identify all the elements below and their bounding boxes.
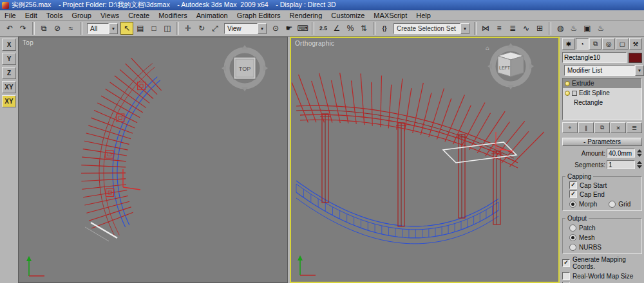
tab-motion[interactable]: ◎ [602, 38, 615, 50]
use-pivot-center-button[interactable]: ⊙ [269, 22, 282, 35]
menu-item-create[interactable]: Create [124, 12, 154, 19]
segments-field[interactable] [607, 160, 635, 169]
menu-item-maxscript[interactable]: MAXScript [369, 12, 412, 19]
menu-item-views[interactable]: Views [96, 12, 124, 19]
command-panel: ✱ ◔ ⧉ ◎ ▢ ⚒ Modifier List ▼ Extrude Edit… [560, 37, 644, 283]
stack-item-extrude[interactable]: Extrude [563, 78, 641, 88]
menu-item-rendering[interactable]: Rendering [285, 12, 327, 19]
modifier-list-dropdown[interactable]: Modifier List ▼ [564, 65, 644, 76]
stack-item-rectangle[interactable]: Rectangle [563, 98, 641, 107]
select-and-move-button[interactable]: ✛ [182, 22, 194, 35]
menu-item-tools[interactable]: Tools [42, 12, 68, 19]
menu-item-customize[interactable]: Customize [327, 12, 369, 19]
percent-snap-toggle-button[interactable]: % [344, 22, 357, 35]
tab-modify[interactable]: ◔ [576, 38, 589, 50]
redo-button[interactable]: ↷ [17, 22, 30, 35]
bind-to-space-warp-button[interactable]: ≈ [64, 22, 77, 35]
snap-toggle-25-button[interactable]: 2.5 [317, 22, 330, 35]
rectangular-selection-region-button[interactable]: □ [147, 22, 160, 35]
viewcube-face-label[interactable]: LEFT [499, 66, 511, 70]
selection-filter-dropdown[interactable]: All ▼ [87, 23, 118, 34]
axis-constraint-xy-button[interactable]: XY [2, 81, 16, 93]
align-button[interactable]: ≡ [493, 22, 506, 35]
make-unique-button[interactable]: ⧉ [594, 122, 610, 133]
menu-item-animation[interactable]: Animation [192, 12, 232, 19]
cap-start-checkbox[interactable]: ✓ [569, 181, 577, 189]
lightbulb-icon[interactable] [565, 81, 570, 86]
tab-hierarchy[interactable]: ⧉ [589, 38, 602, 50]
nurbs-radio[interactable] [569, 244, 576, 251]
object-name-field[interactable] [562, 52, 627, 63]
menu-item-graph-editors[interactable]: Graph Editors [232, 12, 285, 19]
mirror-button[interactable]: ⋈ [479, 22, 492, 35]
schematic-view-button[interactable]: ⊞ [533, 22, 546, 35]
grid-radio[interactable] [609, 201, 616, 208]
named-selection-sets-dropdown[interactable]: Create Selection Set ▼ [393, 23, 469, 34]
tab-create[interactable]: ✱ [562, 38, 575, 50]
morph-radio[interactable] [569, 201, 576, 208]
amount-field[interactable] [607, 149, 635, 158]
segments-spinner[interactable] [636, 161, 642, 169]
axis-constraint-y-button[interactable]: Y [2, 53, 16, 65]
select-by-name-button[interactable]: ▤ [134, 22, 147, 35]
rendered-frame-window-button[interactable]: ▣ [581, 22, 594, 35]
chevron-down-icon[interactable]: ▼ [109, 23, 118, 34]
modifier-list-value: Modifier List [564, 65, 635, 76]
viewport-top[interactable]: Top TOP [18, 37, 288, 283]
keyboard-shortcut-override-button[interactable]: ⌨ [296, 22, 309, 35]
tab-utilities[interactable]: ⚒ [629, 38, 642, 50]
viewcube[interactable]: TOP [218, 44, 272, 96]
menu-item-help[interactable]: Help [412, 12, 435, 19]
menu-item-edit[interactable]: Edit [21, 12, 42, 19]
select-and-rotate-button[interactable]: ↻ [195, 22, 208, 35]
menu-item-group[interactable]: Group [67, 12, 96, 19]
real-world-map-size-checkbox[interactable] [562, 272, 570, 280]
patch-radio[interactable] [569, 224, 576, 232]
amount-spinner[interactable] [636, 149, 642, 157]
layer-manager-button[interactable]: ≣ [506, 22, 519, 35]
unlink-selection-button[interactable]: ⊘ [51, 22, 64, 35]
window-crossing-toggle-button[interactable]: ◫ [161, 22, 174, 35]
chevron-down-icon[interactable]: ▼ [258, 23, 267, 34]
edit-named-selection-sets-button[interactable]: {} [378, 22, 391, 35]
cap-end-checkbox[interactable]: ✓ [569, 190, 577, 198]
axis-constraint-z-button[interactable]: Z [2, 67, 16, 79]
select-and-manipulate-button[interactable]: ☛ [283, 22, 296, 35]
menu-item-file[interactable]: File [0, 12, 21, 19]
viewcube[interactable]: LEFT ⌂ [484, 42, 538, 95]
generate-mapping-coords-checkbox[interactable]: ✓ [562, 259, 570, 267]
axis-constraint-x-button[interactable]: X [2, 39, 16, 51]
render-setup-button[interactable]: ♨ [567, 22, 580, 35]
angle-snap-toggle-button[interactable]: ∠ [330, 22, 343, 35]
curve-editor-button[interactable]: ∿ [520, 22, 533, 35]
menu-item-modifiers[interactable]: Modifiers [154, 12, 192, 19]
quick-render-button[interactable]: ♨ [594, 22, 607, 35]
stack-item-edit-spline[interactable]: Edit Spline [563, 88, 641, 98]
toolbar-separator [32, 22, 35, 35]
material-editor-button[interactable]: ◍ [554, 22, 567, 35]
parameters-rollout-header[interactable]: - Parameters [562, 138, 642, 146]
select-and-link-button[interactable]: ⧉ [37, 22, 50, 35]
pin-stack-button[interactable]: ⌖ [562, 122, 578, 133]
undo-button[interactable]: ↶ [3, 22, 16, 35]
viewport-label[interactable]: Top [23, 39, 33, 46]
viewport-orthographic[interactable]: Orthographic LEFT ⌂ [290, 37, 560, 283]
chevron-down-icon[interactable]: ▼ [460, 23, 469, 34]
object-color-swatch[interactable] [629, 53, 642, 63]
reference-coordinate-system-dropdown[interactable]: View ▼ [224, 23, 267, 34]
viewcube-face-label[interactable]: TOP [239, 66, 251, 72]
lightbulb-icon[interactable] [565, 91, 570, 96]
remove-modifier-button[interactable]: ✕ [611, 122, 626, 133]
viewcube-home-icon[interactable]: ⌂ [486, 44, 489, 51]
axis-constraint-xy-flyout-button[interactable]: XY [2, 95, 16, 107]
chevron-down-icon[interactable]: ▼ [635, 65, 644, 76]
viewport-label[interactable]: Orthographic [295, 40, 334, 47]
tab-display[interactable]: ▢ [616, 38, 629, 50]
show-end-result-button[interactable]: ∥ [578, 122, 594, 133]
spinner-snap-toggle-button[interactable]: ⇅ [357, 22, 370, 35]
modifier-stack: Extrude Edit Spline Rectangle [562, 78, 642, 120]
configure-modifier-sets-button[interactable]: ☰ [627, 122, 642, 133]
select-object-button[interactable]: ↖ [120, 22, 133, 35]
mesh-radio[interactable] [569, 234, 576, 241]
select-and-scale-button[interactable]: ⤢ [209, 22, 222, 35]
